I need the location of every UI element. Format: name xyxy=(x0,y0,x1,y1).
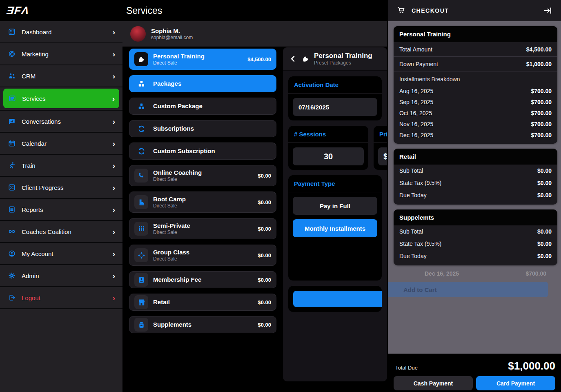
client-profile-bar[interactable]: Sophia M. sophia@email.com xyxy=(122,21,387,47)
refresh-icon xyxy=(134,122,148,136)
activation-date-input[interactable] xyxy=(293,98,377,116)
cart-icon xyxy=(397,6,405,16)
service-item-semi-private[interactable]: Semi-PrivateDirect Sale $0.00 xyxy=(129,218,276,239)
boot-icon xyxy=(134,195,148,209)
sidebar-item-label: My Account xyxy=(22,250,53,257)
chevron-right-icon: › xyxy=(113,206,115,214)
sidebar-item-label: Client Progress xyxy=(22,184,64,191)
package-detail-panel: Personal Training Preset Packages Activa… xyxy=(283,47,387,381)
chevron-right-icon: › xyxy=(113,250,115,258)
service-item-packages[interactable]: Packages xyxy=(129,75,276,92)
sidebar-item-reports[interactable]: Reports › xyxy=(0,199,122,221)
pay-in-full-button[interactable]: Pay in Full xyxy=(293,197,377,215)
sidebar-item-conversations[interactable]: Conversations › xyxy=(0,111,122,133)
checkout-body: Nov 16, 2025$700.00 Dec 16, 2025$700.00 … xyxy=(388,21,561,354)
chevron-right-icon: › xyxy=(113,72,115,80)
sidebar-item-label: Reports xyxy=(22,206,43,213)
service-item-online-coaching[interactable]: Online CoachingDirect Sale $0.00 xyxy=(129,165,276,186)
sidebar-item-client-progress[interactable]: Client Progress › xyxy=(0,177,122,199)
sidebar-item-services[interactable]: Services › xyxy=(0,89,122,111)
service-amount: $0.00 xyxy=(258,173,271,179)
add-to-cart-card xyxy=(288,286,382,312)
sidebar-item-marketing[interactable]: Marketing › xyxy=(0,43,122,65)
chevron-right-icon: › xyxy=(113,50,115,58)
card-payment-button[interactable]: Card Payment xyxy=(476,376,555,390)
sidebar-item-train[interactable]: Train › xyxy=(0,155,122,177)
sidebar-item-label: Dashboard xyxy=(22,29,51,36)
phone-icon xyxy=(134,169,148,183)
account-person-icon xyxy=(7,250,16,257)
checkout-title: CHECKOUT xyxy=(412,7,449,14)
service-item-supplements[interactable]: Supplements $0.00 xyxy=(129,316,276,333)
train-runner-icon xyxy=(7,162,16,169)
sessions-input[interactable] xyxy=(293,147,364,165)
service-item-group-class[interactable]: Group ClassDirect Sale $0.00 xyxy=(129,245,276,266)
detail-title: Personal Training xyxy=(314,52,372,60)
sessions-card: # Sessions xyxy=(288,126,368,170)
installment-row: Aug 16, 2025$700.00 xyxy=(394,85,557,96)
sidebar-item-dashboard[interactable]: Dashboard › xyxy=(0,21,122,43)
total-amount-row: Total Amount$4,500.00 xyxy=(394,42,557,57)
installment-row: Dec 16, 2025$700.00 xyxy=(394,129,557,140)
sidebar-item-calendar[interactable]: Calendar › xyxy=(0,133,122,155)
services-content: Personal TrainingDirect Sale $4,500.00 P… xyxy=(122,47,387,390)
conversations-icon xyxy=(7,118,16,125)
service-item-custom-subscription[interactable]: Custom Subscription xyxy=(129,143,276,160)
title-bar: Services xyxy=(122,0,387,21)
app-window: ƎFΛ Dashboard › Marketing › CRM › Servic… xyxy=(0,0,561,392)
service-amount: $0.00 xyxy=(258,277,271,283)
subtotal-row: Sub Total$0.00 xyxy=(394,165,557,177)
service-item-custom-package[interactable]: Custom Package xyxy=(129,98,276,115)
add-to-cart-button-dimmed: Add to Cart xyxy=(388,282,548,297)
sidebar-item-label: Train xyxy=(22,162,36,169)
section-title: Suppelemts xyxy=(394,209,557,225)
client-progress-icon xyxy=(7,184,16,191)
price-input[interactable]: $ xyxy=(378,147,387,165)
sidebar-item-crm[interactable]: CRM › xyxy=(0,65,122,87)
installment-row: Oct 16, 2025$700.00 xyxy=(394,107,557,118)
service-item-personal-training[interactable]: Personal TrainingDirect Sale $4,500.00 xyxy=(129,49,276,70)
sessions-label: # Sessions xyxy=(288,126,368,143)
service-item-membership-fee[interactable]: Membership Fee $0.00 xyxy=(129,271,276,288)
service-amount: $0.00 xyxy=(258,252,271,258)
checkout-cards: Personal Training Total Amount$4,500.00 … xyxy=(388,26,561,265)
gear-icon xyxy=(7,272,16,279)
monthly-installments-button[interactable]: Monthly Installments xyxy=(293,219,377,237)
checkout-section-retail: Retail Sub Total$0.00 State Tax (9.5%)$0… xyxy=(394,149,557,205)
chevron-right-icon: › xyxy=(112,95,115,102)
due-today-row: Due Today$0.00 xyxy=(394,250,557,262)
sidebar-item-coaches-coalition[interactable]: Coaches Coalition › xyxy=(0,221,122,243)
sidebar-item-my-account[interactable]: My Account › xyxy=(0,243,122,265)
service-list: Personal TrainingDirect Sale $4,500.00 P… xyxy=(129,49,276,339)
back-button[interactable] xyxy=(289,55,297,63)
group-dots-icon xyxy=(134,248,148,262)
checkout-section-personal-training: Personal Training Total Amount$4,500.00 … xyxy=(394,26,557,144)
cash-payment-button[interactable]: Cash Payment xyxy=(394,376,473,390)
sessions-price-row: # Sessions Price $ xyxy=(288,126,387,170)
service-amount: $0.00 xyxy=(258,199,271,205)
avatar xyxy=(130,26,146,42)
service-item-retail[interactable]: Retail $0.00 xyxy=(129,294,276,311)
refresh-icon xyxy=(134,144,148,158)
sidebar-item-label: Coaches Coalition xyxy=(22,228,71,235)
logo-bar: ƎFΛ xyxy=(0,0,122,21)
chevron-right-icon: › xyxy=(113,162,115,169)
service-amount: $0.00 xyxy=(258,226,271,232)
add-to-cart-button[interactable] xyxy=(293,291,382,307)
service-item-boot-camp[interactable]: Boot CampDirect Sale $0.00 xyxy=(129,192,276,213)
main-area: Services Sophia M. sophia@email.com Pers… xyxy=(122,0,387,392)
supplement-jar-icon xyxy=(134,318,148,332)
price-card: Price $ xyxy=(374,126,387,170)
installment-row: Sep 16, 2025$700.00 xyxy=(394,96,557,107)
chevron-right-icon: › xyxy=(113,118,115,125)
dashboard-icon xyxy=(7,28,16,36)
packages-icon xyxy=(134,99,148,113)
sidebar-item-logout[interactable]: Logout › xyxy=(0,287,122,309)
sidebar-item-admin[interactable]: Admin › xyxy=(0,265,122,287)
sidebar: ƎFΛ Dashboard › Marketing › CRM › Servic… xyxy=(0,0,122,392)
collapse-panel-icon[interactable] xyxy=(543,6,552,15)
section-title: Personal Training xyxy=(394,26,557,42)
sidebar-item-label: Marketing xyxy=(22,51,49,58)
service-item-subscriptions[interactable]: Subscriptions xyxy=(129,120,276,137)
state-tax-row: State Tax (9.5%)$0.00 xyxy=(394,238,557,250)
